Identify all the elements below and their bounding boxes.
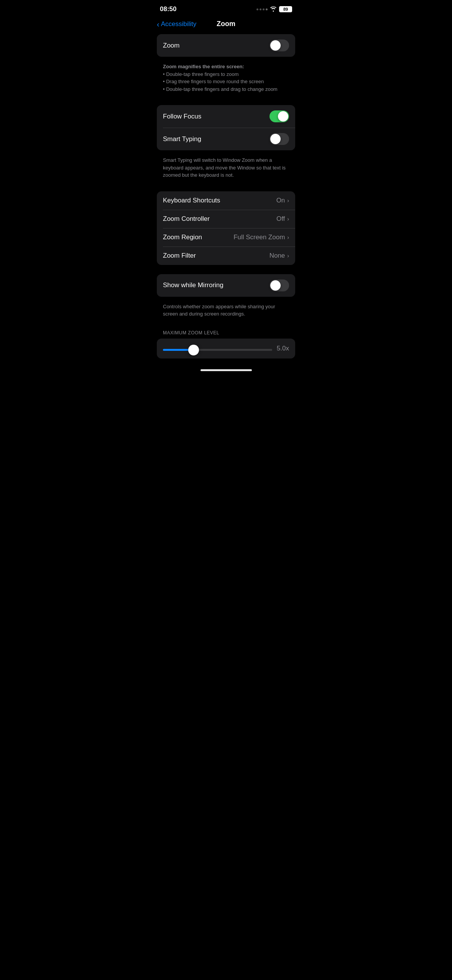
slider-row: 5.0x [163, 345, 289, 352]
home-indicator [151, 366, 301, 373]
zoom-region-value-container: Full Screen Zoom › [233, 233, 289, 241]
zoom-desc-item-2: Drag three fingers to move round the scr… [163, 78, 289, 86]
nav-bar: ‹ Accessibility Zoom [151, 17, 301, 34]
zoom-description-list: Double-tap three fingers to zoom Drag th… [163, 71, 289, 93]
smart-typing-description: Smart Typing will switch to Window Zoom … [157, 153, 295, 185]
keyboard-shortcuts-chevron: › [287, 197, 289, 204]
keyboard-shortcuts-value: On [276, 197, 285, 204]
zoom-controller-value-container: Off › [276, 215, 289, 223]
zoom-filter-value-container: None › [270, 252, 289, 260]
back-button[interactable]: ‹ Accessibility [157, 20, 196, 28]
signal-icon [256, 8, 268, 10]
zoom-filter-chevron: › [287, 253, 289, 259]
status-time: 08:50 [160, 5, 176, 13]
focus-card: Follow Focus Smart Typing [157, 105, 295, 150]
slider-track[interactable] [163, 349, 272, 351]
mirroring-description: Controls whether zoom appears while shar… [157, 300, 295, 324]
zoom-desc-item-1: Double-tap three fingers to zoom [163, 71, 289, 78]
zoom-level-header: MAXIMUM ZOOM LEVEL [157, 324, 295, 339]
mirroring-row: Show while Mirroring [157, 274, 295, 297]
zoom-controller-chevron: › [287, 216, 289, 222]
shortcuts-card: Keyboard Shortcuts On › Zoom Controller … [157, 191, 295, 265]
zoom-region-label: Zoom Region [163, 233, 202, 241]
home-bar [201, 369, 252, 371]
smart-typing-toggle[interactable] [270, 133, 289, 145]
zoom-desc-item-3: Double-tap three fingers and drag to cha… [163, 86, 289, 93]
settings-content: Zoom Zoom magnifies the entire screen: D… [151, 34, 301, 358]
zoom-controller-value: Off [276, 215, 285, 223]
back-chevron-icon: ‹ [157, 20, 159, 28]
keyboard-shortcuts-label: Keyboard Shortcuts [163, 197, 220, 204]
zoom-toggle[interactable] [270, 39, 289, 51]
zoom-level-slider-card: 5.0x [157, 339, 295, 358]
zoom-card: Zoom [157, 34, 295, 57]
keyboard-shortcuts-row[interactable]: Keyboard Shortcuts On › [157, 191, 295, 210]
zoom-region-chevron: › [287, 234, 289, 240]
smart-typing-knob [270, 134, 281, 144]
zoom-level-value: 5.0x [277, 345, 289, 352]
zoom-region-row[interactable]: Zoom Region Full Screen Zoom › [157, 228, 295, 247]
zoom-toggle-knob [270, 40, 281, 51]
smart-typing-row: Smart Typing [157, 128, 295, 150]
status-icons: 89 [256, 6, 292, 12]
mirroring-card: Show while Mirroring [157, 274, 295, 297]
follow-focus-row: Follow Focus [157, 105, 295, 128]
wifi-icon [270, 7, 277, 12]
slider-thumb[interactable] [188, 345, 199, 355]
smart-typing-label: Smart Typing [163, 135, 201, 143]
battery-level: 89 [283, 7, 288, 12]
follow-focus-toggle[interactable] [270, 110, 289, 122]
mirroring-label: Show while Mirroring [163, 281, 224, 289]
status-bar: 08:50 89 [151, 0, 301, 17]
zoom-row: Zoom [157, 34, 295, 57]
zoom-description: Zoom magnifies the entire screen: Double… [157, 60, 295, 99]
zoom-description-title: Zoom magnifies the entire screen: [163, 64, 244, 69]
battery-icon: 89 [279, 6, 292, 12]
zoom-label: Zoom [163, 42, 179, 49]
keyboard-shortcuts-value-container: On › [276, 197, 289, 204]
follow-focus-label: Follow Focus [163, 113, 201, 120]
zoom-filter-label: Zoom Filter [163, 252, 196, 260]
mirroring-toggle-knob [270, 280, 281, 291]
zoom-region-value: Full Screen Zoom [233, 233, 285, 241]
zoom-filter-row[interactable]: Zoom Filter None › [157, 247, 295, 265]
back-label: Accessibility [161, 20, 197, 28]
follow-focus-knob [278, 111, 288, 122]
zoom-filter-value: None [270, 252, 285, 260]
page-title: Zoom [217, 20, 235, 28]
mirroring-toggle[interactable] [270, 280, 289, 291]
zoom-controller-label: Zoom Controller [163, 215, 210, 223]
zoom-controller-row[interactable]: Zoom Controller Off › [157, 210, 295, 228]
